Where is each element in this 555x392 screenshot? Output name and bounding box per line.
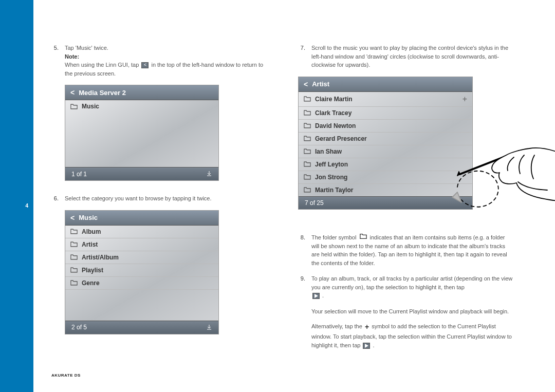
artist-panel-wrap: < Artist Claire Martin+ Clark Tracey Dav… bbox=[298, 77, 514, 210]
alternative-text: Alternatively, tap the + symbol to add t… bbox=[311, 322, 514, 349]
folder-icon bbox=[304, 174, 311, 180]
back-chevron-icon[interactable]: < bbox=[70, 214, 75, 222]
gui-header: < Media Server 2 bbox=[65, 85, 218, 100]
list-item[interactable]: Claire Martin+ bbox=[299, 92, 472, 107]
product-label: AKURATE DS bbox=[51, 373, 81, 378]
gui-music: < Music Album Artist Artist/Album Playli… bbox=[65, 210, 219, 334]
play-icon bbox=[363, 343, 370, 349]
folder-icon bbox=[70, 104, 78, 109]
gui-footer: 1 of 1 bbox=[65, 167, 218, 180]
step-8-before: The folder symbol bbox=[311, 234, 356, 240]
back-chevron-icon[interactable]: < bbox=[70, 88, 75, 97]
playback-begin-text: Your selection will move to the Current … bbox=[311, 307, 514, 316]
gui-media-server: < Media Server 2 Music 1 of 1 bbox=[65, 85, 219, 181]
gui-header: < Artist bbox=[299, 77, 472, 92]
folder-icon bbox=[304, 110, 311, 116]
step-9: 9. To play an album, track, or all track… bbox=[298, 274, 514, 300]
page-sidebar: 4 bbox=[0, 0, 33, 392]
page-content: 5. Tap 'Music' twice. Note: When using t… bbox=[33, 0, 555, 392]
list-item[interactable]: Martin Taylor bbox=[299, 184, 472, 196]
step-8: 8. The folder symbol indicates that an i… bbox=[298, 233, 514, 268]
download-icon[interactable] bbox=[206, 324, 212, 331]
folder-icon bbox=[70, 267, 78, 273]
list-item[interactable]: Music bbox=[65, 100, 218, 113]
list-item[interactable]: Clark Tracey bbox=[299, 107, 472, 120]
list-item[interactable]: Album bbox=[65, 226, 218, 238]
step-9-text: To play an album, track, or all tracks b… bbox=[311, 275, 512, 290]
gui-header: < Music bbox=[65, 211, 218, 226]
list-item[interactable]: Jeff Leyton bbox=[299, 158, 472, 171]
gui-footer: 2 of 5 bbox=[65, 321, 218, 334]
folder-icon bbox=[70, 229, 78, 234]
left-column: 5. Tap 'Music' twice. Note: When using t… bbox=[51, 44, 267, 382]
list-item[interactable]: Playlist bbox=[65, 264, 218, 277]
note-label: Note: bbox=[65, 53, 79, 60]
gui-title: Media Server 2 bbox=[79, 89, 126, 97]
folder-icon bbox=[304, 148, 311, 154]
folder-icon bbox=[304, 136, 311, 141]
step-5-text: Tap 'Music' twice. bbox=[65, 45, 108, 51]
step-6: 6. Select the category you want to brows… bbox=[51, 194, 267, 203]
add-icon[interactable]: + bbox=[462, 95, 467, 104]
list-item[interactable]: David Newton bbox=[299, 120, 472, 133]
folder-icon bbox=[304, 161, 311, 167]
list-item[interactable]: Gerard Presencer bbox=[299, 133, 472, 145]
folder-icon bbox=[70, 241, 78, 247]
gui-title: Music bbox=[79, 214, 98, 221]
plus-icon: + bbox=[365, 322, 369, 332]
step-5: 5. Tap 'Music' twice. Note: When using t… bbox=[51, 44, 267, 78]
download-icon[interactable] bbox=[206, 170, 212, 178]
step-7: 7. Scroll to the music you want to play … bbox=[298, 44, 514, 69]
list-item[interactable]: Genre bbox=[65, 277, 218, 290]
gui-footer: 7 of 25 bbox=[299, 196, 472, 209]
back-icon: < bbox=[141, 62, 149, 68]
note-before: When using the Linn GUI, tap bbox=[65, 62, 139, 68]
gui-artist: < Artist Claire Martin+ Clark Tracey Dav… bbox=[298, 77, 473, 210]
folder-icon bbox=[70, 280, 78, 286]
folder-icon bbox=[304, 123, 311, 128]
list-item[interactable]: Artist/Album bbox=[65, 251, 218, 264]
list-item[interactable]: Artist bbox=[65, 238, 218, 251]
page-number: 4 bbox=[25, 203, 28, 209]
back-chevron-icon[interactable]: < bbox=[304, 80, 308, 88]
list-item[interactable]: Ian Shaw bbox=[299, 145, 472, 158]
step-6-text: Select the category you want to browse b… bbox=[65, 194, 267, 203]
play-icon bbox=[312, 293, 320, 299]
folder-icon bbox=[360, 233, 367, 242]
gui-title: Artist bbox=[312, 80, 329, 88]
folder-icon bbox=[304, 187, 311, 193]
list-item[interactable]: Jon Strong bbox=[299, 171, 472, 184]
step-7-text: Scroll to the music you want to play by … bbox=[311, 44, 514, 69]
folder-icon bbox=[70, 254, 78, 260]
folder-icon bbox=[304, 96, 311, 102]
right-column: 7. Scroll to the music you want to play … bbox=[298, 44, 514, 382]
